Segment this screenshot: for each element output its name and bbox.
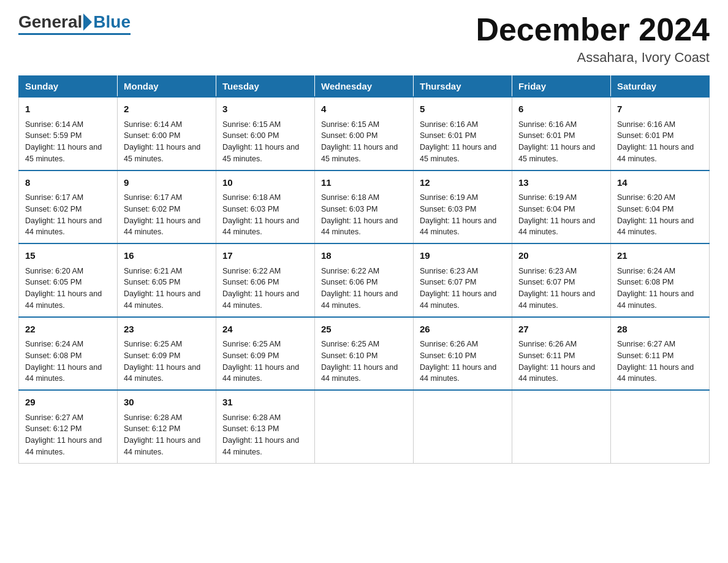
- day-number: 16: [124, 249, 210, 263]
- day-number: 19: [420, 249, 506, 263]
- day-info: Sunrise: 6:26 AMSunset: 6:10 PMDaylight:…: [420, 340, 496, 383]
- header-wednesday: Wednesday: [315, 76, 414, 98]
- logo: General Blue: [18, 12, 131, 35]
- calendar-cell: 21 Sunrise: 6:24 AMSunset: 6:08 PMDaylig…: [611, 243, 710, 317]
- day-number: 12: [420, 176, 506, 190]
- calendar-cell: 8 Sunrise: 6:17 AMSunset: 6:02 PMDayligh…: [19, 170, 118, 244]
- day-info: Sunrise: 6:27 AMSunset: 6:11 PMDaylight:…: [617, 340, 694, 383]
- day-number: 25: [321, 323, 407, 337]
- day-number: 23: [124, 323, 210, 337]
- day-info: Sunrise: 6:24 AMSunset: 6:08 PMDaylight:…: [617, 267, 694, 310]
- calendar-cell: 30 Sunrise: 6:28 AMSunset: 6:12 PMDaylig…: [118, 390, 216, 463]
- header-saturday: Saturday: [611, 76, 710, 98]
- day-info: Sunrise: 6:15 AMSunset: 6:00 PMDaylight:…: [321, 120, 398, 163]
- day-number: 13: [518, 176, 604, 190]
- day-info: Sunrise: 6:25 AMSunset: 6:09 PMDaylight:…: [124, 340, 200, 383]
- day-number: 14: [617, 176, 703, 190]
- day-number: 8: [25, 176, 111, 190]
- day-info: Sunrise: 6:17 AMSunset: 6:02 PMDaylight:…: [124, 193, 200, 236]
- day-info: Sunrise: 6:14 AMSunset: 6:00 PMDaylight:…: [124, 120, 200, 163]
- calendar-cell: 24 Sunrise: 6:25 AMSunset: 6:09 PMDaylig…: [216, 317, 315, 391]
- week-row-5: 29 Sunrise: 6:27 AMSunset: 6:12 PMDaylig…: [19, 390, 710, 463]
- logo-arrow-icon: [83, 13, 92, 31]
- day-number: 30: [124, 396, 210, 410]
- page-header: General Blue December 2024 Assahara, Ivo…: [18, 12, 710, 66]
- header-friday: Friday: [512, 76, 611, 98]
- day-number: 18: [321, 249, 407, 263]
- day-number: 27: [518, 323, 604, 337]
- day-number: 10: [222, 176, 308, 190]
- day-info: Sunrise: 6:18 AMSunset: 6:03 PMDaylight:…: [321, 193, 398, 236]
- calendar-cell: 17 Sunrise: 6:22 AMSunset: 6:06 PMDaylig…: [216, 243, 315, 317]
- day-info: Sunrise: 6:19 AMSunset: 6:03 PMDaylight:…: [420, 193, 496, 236]
- day-info: Sunrise: 6:20 AMSunset: 6:04 PMDaylight:…: [617, 193, 694, 236]
- day-number: 15: [25, 249, 111, 263]
- day-info: Sunrise: 6:23 AMSunset: 6:07 PMDaylight:…: [518, 267, 595, 310]
- calendar-cell: 20 Sunrise: 6:23 AMSunset: 6:07 PMDaylig…: [512, 243, 611, 317]
- day-number: 4: [321, 102, 407, 117]
- day-number: 17: [222, 249, 308, 263]
- header-sunday: Sunday: [19, 76, 118, 98]
- day-info: Sunrise: 6:27 AMSunset: 6:12 PMDaylight:…: [25, 413, 102, 456]
- calendar-cell: 15 Sunrise: 6:20 AMSunset: 6:05 PMDaylig…: [19, 243, 118, 317]
- week-row-4: 22 Sunrise: 6:24 AMSunset: 6:08 PMDaylig…: [19, 317, 710, 391]
- day-number: 2: [124, 102, 210, 117]
- calendar-cell: 4 Sunrise: 6:15 AMSunset: 6:00 PMDayligh…: [315, 97, 414, 170]
- day-info: Sunrise: 6:14 AMSunset: 5:59 PMDaylight:…: [25, 120, 102, 163]
- calendar-cell: 16 Sunrise: 6:21 AMSunset: 6:05 PMDaylig…: [118, 243, 216, 317]
- day-number: 31: [222, 396, 308, 410]
- day-number: 22: [25, 323, 111, 337]
- day-info: Sunrise: 6:21 AMSunset: 6:05 PMDaylight:…: [124, 267, 200, 310]
- day-number: 28: [617, 323, 703, 337]
- day-number: 6: [518, 102, 604, 117]
- calendar-cell: [315, 390, 414, 463]
- calendar-cell: 9 Sunrise: 6:17 AMSunset: 6:02 PMDayligh…: [118, 170, 216, 244]
- day-info: Sunrise: 6:15 AMSunset: 6:00 PMDaylight:…: [222, 120, 299, 163]
- day-number: 1: [25, 102, 111, 117]
- calendar-cell: 3 Sunrise: 6:15 AMSunset: 6:00 PMDayligh…: [216, 97, 315, 170]
- day-info: Sunrise: 6:19 AMSunset: 6:04 PMDaylight:…: [518, 193, 595, 236]
- day-number: 7: [617, 102, 703, 117]
- week-row-3: 15 Sunrise: 6:20 AMSunset: 6:05 PMDaylig…: [19, 243, 710, 317]
- calendar-cell: 28 Sunrise: 6:27 AMSunset: 6:11 PMDaylig…: [611, 317, 710, 391]
- day-number: 24: [222, 323, 308, 337]
- day-number: 5: [420, 102, 506, 117]
- day-info: Sunrise: 6:26 AMSunset: 6:11 PMDaylight:…: [518, 340, 595, 383]
- calendar-cell: 1 Sunrise: 6:14 AMSunset: 5:59 PMDayligh…: [19, 97, 118, 170]
- calendar-cell: [611, 390, 710, 463]
- day-number: 21: [617, 249, 703, 263]
- calendar-cell: 18 Sunrise: 6:22 AMSunset: 6:06 PMDaylig…: [315, 243, 414, 317]
- calendar-cell: 5 Sunrise: 6:16 AMSunset: 6:01 PMDayligh…: [414, 97, 512, 170]
- calendar-cell: 2 Sunrise: 6:14 AMSunset: 6:00 PMDayligh…: [118, 97, 216, 170]
- logo-underline: [18, 33, 131, 35]
- day-number: 29: [25, 396, 111, 410]
- calendar-cell: 22 Sunrise: 6:24 AMSunset: 6:08 PMDaylig…: [19, 317, 118, 391]
- calendar-cell: 31 Sunrise: 6:28 AMSunset: 6:13 PMDaylig…: [216, 390, 315, 463]
- calendar-cell: 7 Sunrise: 6:16 AMSunset: 6:01 PMDayligh…: [611, 97, 710, 170]
- day-info: Sunrise: 6:22 AMSunset: 6:06 PMDaylight:…: [222, 267, 299, 310]
- calendar-cell: [414, 390, 512, 463]
- day-info: Sunrise: 6:17 AMSunset: 6:02 PMDaylight:…: [25, 193, 102, 236]
- logo-blue-text: Blue: [93, 12, 131, 32]
- day-number: 20: [518, 249, 604, 263]
- calendar-cell: [512, 390, 611, 463]
- calendar-cell: 6 Sunrise: 6:16 AMSunset: 6:01 PMDayligh…: [512, 97, 611, 170]
- title-area: December 2024 Assahara, Ivory Coast: [476, 12, 710, 66]
- day-info: Sunrise: 6:18 AMSunset: 6:03 PMDaylight:…: [222, 193, 299, 236]
- calendar-cell: 29 Sunrise: 6:27 AMSunset: 6:12 PMDaylig…: [19, 390, 118, 463]
- calendar-cell: 14 Sunrise: 6:20 AMSunset: 6:04 PMDaylig…: [611, 170, 710, 244]
- day-info: Sunrise: 6:16 AMSunset: 6:01 PMDaylight:…: [617, 120, 694, 163]
- calendar-cell: 19 Sunrise: 6:23 AMSunset: 6:07 PMDaylig…: [414, 243, 512, 317]
- day-info: Sunrise: 6:25 AMSunset: 6:09 PMDaylight:…: [222, 340, 299, 383]
- day-info: Sunrise: 6:16 AMSunset: 6:01 PMDaylight:…: [518, 120, 595, 163]
- day-info: Sunrise: 6:16 AMSunset: 6:01 PMDaylight:…: [420, 120, 496, 163]
- header-monday: Monday: [118, 76, 216, 98]
- calendar-cell: 13 Sunrise: 6:19 AMSunset: 6:04 PMDaylig…: [512, 170, 611, 244]
- calendar-cell: 26 Sunrise: 6:26 AMSunset: 6:10 PMDaylig…: [414, 317, 512, 391]
- calendar-cell: 25 Sunrise: 6:25 AMSunset: 6:10 PMDaylig…: [315, 317, 414, 391]
- day-info: Sunrise: 6:22 AMSunset: 6:06 PMDaylight:…: [321, 267, 398, 310]
- day-number: 26: [420, 323, 506, 337]
- day-number: 3: [222, 102, 308, 117]
- calendar-cell: 12 Sunrise: 6:19 AMSunset: 6:03 PMDaylig…: [414, 170, 512, 244]
- day-info: Sunrise: 6:20 AMSunset: 6:05 PMDaylight:…: [25, 267, 102, 310]
